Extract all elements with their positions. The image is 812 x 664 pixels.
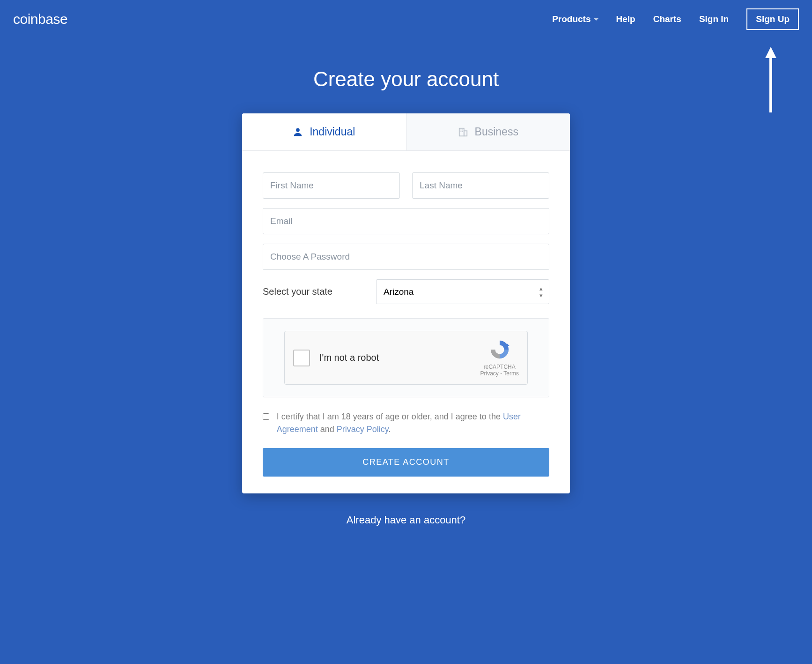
- recaptcha-privacy-link[interactable]: Privacy: [480, 370, 499, 377]
- already-have-account[interactable]: Already have an account?: [0, 514, 812, 536]
- signup-form: Select your state Arizona ▴▾ I'm not a r…: [242, 151, 570, 493]
- certify-checkbox[interactable]: [263, 412, 269, 421]
- password-field[interactable]: [263, 244, 549, 270]
- recaptcha-brand: reCAPTCHA: [480, 364, 519, 370]
- recaptcha-checkbox[interactable]: [293, 350, 310, 366]
- nav-charts[interactable]: Charts: [653, 14, 681, 24]
- svg-rect-4: [464, 131, 466, 136]
- tab-individual-label: Individual: [310, 126, 355, 138]
- recaptcha-dash: -: [499, 370, 503, 377]
- captcha-container: I'm not a robot reCAPTCHA Privacy - Term…: [263, 318, 549, 397]
- nav-signin[interactable]: Sign In: [699, 14, 729, 24]
- recaptcha-icon: [489, 339, 510, 360]
- chevron-down-icon: [594, 18, 598, 21]
- last-name-field[interactable]: [412, 172, 549, 199]
- state-label: Select your state: [263, 286, 332, 297]
- svg-rect-6: [462, 129, 463, 130]
- first-name-field[interactable]: [263, 172, 400, 199]
- certify-prefix: I certify that I am 18 years of age or o…: [277, 412, 503, 421]
- person-icon: [293, 127, 303, 137]
- brand-logo[interactable]: coinbase: [13, 11, 67, 27]
- nav-help[interactable]: Help: [616, 14, 635, 24]
- page-title: Create your account: [0, 67, 812, 91]
- nav-products-label: Products: [552, 14, 591, 24]
- svg-point-2: [296, 128, 300, 132]
- recaptcha-widget: I'm not a robot reCAPTCHA Privacy - Term…: [284, 331, 528, 385]
- email-field[interactable]: [263, 208, 549, 234]
- svg-rect-5: [460, 129, 461, 130]
- annotation-arrow-icon: [763, 47, 778, 114]
- create-account-button[interactable]: CREATE ACCOUNT: [263, 448, 549, 477]
- svg-rect-7: [460, 131, 461, 132]
- svg-rect-8: [462, 131, 463, 132]
- signup-card: Individual Business Select your st: [242, 113, 570, 493]
- privacy-policy-link[interactable]: Privacy Policy: [337, 425, 389, 434]
- building-icon: [458, 127, 468, 137]
- navbar: coinbase Products Help Charts Sign In Si…: [0, 0, 812, 38]
- account-type-tabs: Individual Business: [242, 113, 570, 151]
- certify-text: I certify that I am 18 years of age or o…: [277, 410, 549, 436]
- nav-signup-button[interactable]: Sign Up: [746, 8, 799, 30]
- svg-rect-3: [459, 128, 464, 136]
- tab-individual[interactable]: Individual: [242, 113, 406, 150]
- state-select[interactable]: Arizona: [376, 279, 549, 304]
- certify-suffix: .: [388, 425, 391, 434]
- nav-right: Products Help Charts Sign In Sign Up: [552, 8, 799, 30]
- certify-and: and: [318, 425, 337, 434]
- recaptcha-terms-link[interactable]: Terms: [503, 370, 519, 377]
- svg-marker-1: [765, 47, 776, 58]
- tab-business[interactable]: Business: [406, 113, 570, 150]
- nav-products[interactable]: Products: [552, 14, 598, 24]
- recaptcha-label: I'm not a robot: [319, 352, 379, 363]
- tab-business-label: Business: [475, 126, 518, 138]
